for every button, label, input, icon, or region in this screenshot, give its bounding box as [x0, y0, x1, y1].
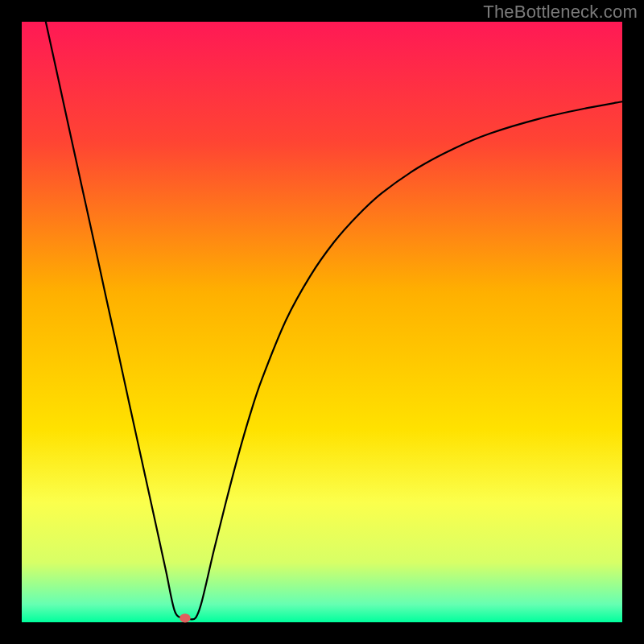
- minimum-marker: [180, 613, 191, 622]
- chart-container: TheBottleneck.com: [0, 0, 644, 644]
- watermark-label: TheBottleneck.com: [483, 2, 638, 23]
- bottleneck-chart: [0, 0, 644, 644]
- frame-bottom: [0, 622, 644, 644]
- frame-left: [0, 0, 22, 644]
- frame-right: [622, 0, 644, 644]
